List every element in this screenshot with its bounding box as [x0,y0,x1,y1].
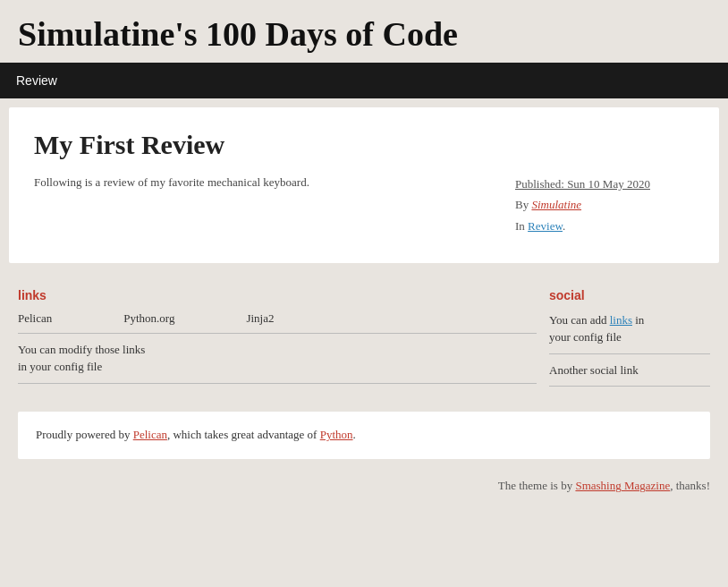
nav-item-review[interactable]: Review [0,63,73,98]
published-label: Published: Sun 10 May 2020 [515,177,650,191]
author-link[interactable]: Simulatine [531,198,581,211]
article-body: Following is a review of my favorite mec… [34,174,694,236]
article-title: My First Review [34,129,694,161]
link-pelican[interactable]: Pelican [18,311,52,326]
footer-text-before: Proudly powered by [36,428,133,441]
link-jinja2[interactable]: Jinja2 [246,311,274,326]
footer-python-link[interactable]: Python [320,428,353,441]
footer-pelican-link[interactable]: Pelican [133,428,167,441]
article-description: Following is a review of my favorite mec… [34,174,309,192]
article-published: Published: Sun 10 May 2020 [515,174,694,194]
another-social-link-text: Another social link [549,363,639,377]
article-author-line: By Simulatine [515,194,694,215]
article-category-line: In Review. [515,216,694,236]
bottom-attribution: The theme is by Smashing Magazine, thank… [0,468,728,504]
footer-text-after: . [353,428,356,441]
article-meta: Published: Sun 10 May 2020 By Simulatine… [515,174,694,236]
links-note: You can modify those linksin your config… [18,341,537,384]
in-label: In [515,219,525,233]
article-card: My First Review Following is a review of… [9,107,719,263]
links-heading: links [18,288,537,302]
social-item-0: You can add links inyour config file [549,311,710,354]
nav-bar: Review [0,63,728,98]
smashing-magazine-link[interactable]: Smashing Magazine [575,479,670,492]
category-link[interactable]: Review [528,219,563,233]
main-wrapper: My First Review Following is a review of… [0,98,728,468]
attribution-text-before: The theme is by [498,479,576,492]
link-python[interactable]: Python.org [123,311,174,326]
footer-sections: links Pelican Python.org Jinja2 You can … [9,272,719,404]
social-config-link[interactable]: links [610,313,632,327]
links-section: links Pelican Python.org Jinja2 You can … [18,288,537,395]
social-item-1: Another social link [549,362,710,387]
by-label: By [515,198,529,211]
footer-bar: Proudly powered by Pelican, which takes … [18,412,710,459]
social-heading: social [549,288,710,302]
site-title: Simulatine's 100 Days of Code [18,16,710,54]
social-section: social You can add links inyour config f… [549,288,710,395]
attribution-text-after: , thanks! [670,479,710,492]
links-list: Pelican Python.org Jinja2 [18,311,537,334]
social-links-list: You can add links inyour config file Ano… [549,311,710,387]
footer-text-middle: , which takes great advantage of [167,428,320,441]
